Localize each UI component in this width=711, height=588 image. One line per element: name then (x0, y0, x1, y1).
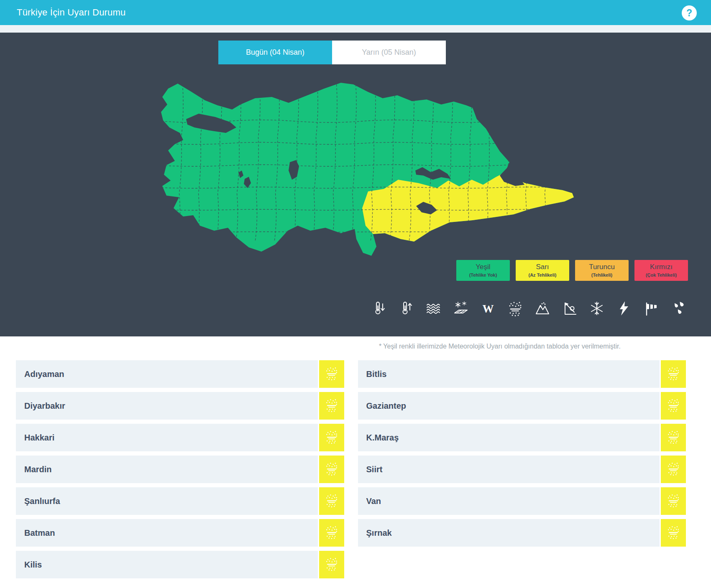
legend-label: Yeşil (461, 263, 505, 271)
province-name: Mardin (24, 465, 52, 474)
province-name: Şanlıurfa (24, 496, 60, 506)
province-warning-table: AdıyamanDiyarbakırHakkariMardinŞanlıurfa… (16, 360, 686, 578)
green-provinces-note: * Yeşil renkli illerimizde Meteorolojik … (314, 343, 686, 350)
map-region-yellow-warning[interactable] (362, 172, 574, 242)
warning-level-cell[interactable] (661, 424, 686, 451)
table-row[interactable]: Şanlıurfa (16, 487, 344, 515)
blowing-snow-icon (507, 299, 524, 318)
warning-level-legend: Yeşil(Tehlike Yok)Sarı(Az Tehlikeli)Turu… (456, 260, 688, 281)
legend-label: Kırmızı (639, 263, 683, 271)
title-bar: Türkiye İçin Uyarı Durumu ? (0, 0, 711, 25)
table-row[interactable]: Mardin (16, 456, 344, 483)
warning-type-icons: W (371, 299, 687, 318)
blowing-snow-icon (666, 461, 681, 478)
blowing-snow-icon (324, 461, 339, 478)
high-temperature-icon (398, 299, 415, 318)
warning-level-cell[interactable] (661, 519, 686, 547)
legend-label: Turuncu (580, 263, 624, 271)
province-label-cell: Adıyaman (16, 360, 318, 388)
page-title: Türkiye İçin Uyarı Durumu (17, 7, 126, 18)
table-row[interactable]: Diyarbakır (16, 392, 344, 420)
province-name: Gaziantep (366, 401, 407, 411)
province-column-right: BitlisGaziantepK.MaraşSiirtVanŞırnak (358, 360, 686, 547)
rain-icon (670, 299, 687, 318)
icing-icon (588, 299, 605, 318)
province-label-cell: Van (358, 487, 660, 515)
province-name: Hakkari (24, 433, 54, 443)
table-row[interactable]: Gaziantep (358, 392, 686, 420)
province-label-cell: Diyarbakır (16, 392, 318, 420)
tab-today[interactable]: Bugün (04 Nisan) (218, 41, 332, 64)
province-label-cell: Kilis (16, 551, 318, 578)
warning-level-cell[interactable] (319, 551, 344, 578)
blowing-snow-icon (666, 429, 681, 446)
province-name: Adıyaman (24, 369, 64, 379)
avalanche-icon (534, 299, 551, 318)
agricultural-frost-icon (453, 299, 469, 318)
table-row[interactable]: Van (358, 487, 686, 515)
strong-wind-icon (643, 299, 660, 318)
svg-text:W: W (483, 303, 494, 315)
table-row[interactable]: Bitlis (358, 360, 686, 388)
table-row[interactable]: Şırnak (358, 519, 686, 547)
province-name: Batman (24, 528, 55, 538)
province-name: Siirt (366, 465, 383, 474)
warning-level-cell[interactable] (661, 456, 686, 483)
province-name: Bitlis (366, 369, 387, 379)
province-label-cell: Siirt (358, 456, 660, 483)
blowing-snow-icon (666, 397, 681, 414)
legend-sublabel: (Tehlike Yok) (461, 272, 505, 277)
province-label-cell: Bitlis (358, 360, 660, 388)
legend-item-2: Sarı(Az Tehlikeli) (516, 260, 569, 281)
legend-sublabel: (Çok Tehlikeli) (639, 272, 683, 277)
province-label-cell: Batman (16, 519, 318, 547)
warning-level-cell[interactable] (661, 487, 686, 515)
province-label-cell: K.Maraş (358, 424, 660, 451)
province-label-cell: Hakkari (16, 424, 318, 451)
blowing-snow-icon (324, 524, 339, 541)
province-name: K.Maraş (366, 433, 399, 443)
province-label-cell: Gaziantep (358, 392, 660, 420)
table-row[interactable]: Hakkari (16, 424, 344, 451)
warning-level-cell[interactable] (319, 392, 344, 420)
legend-sublabel: (Tehlikeli) (580, 272, 624, 277)
turkey-warning-map[interactable] (0, 33, 711, 336)
table-row[interactable]: Kilis (16, 551, 344, 578)
table-row[interactable]: Siirt (358, 456, 686, 483)
table-row[interactable]: Batman (16, 519, 344, 547)
blowing-snow-icon (324, 366, 339, 382)
warning-level-cell[interactable] (661, 360, 686, 388)
header-divider (0, 25, 711, 33)
legend-sublabel: (Az Tehlikeli) (521, 272, 564, 277)
help-icon[interactable]: ? (682, 5, 697, 20)
legend-item-1: Yeşil(Tehlike Yok) (456, 260, 510, 281)
province-name: Kilis (24, 560, 42, 570)
blowing-snow-icon (324, 429, 339, 446)
blowing-snow-icon (324, 556, 339, 573)
legend-item-3: Turuncu(Tehlikeli) (575, 260, 629, 281)
blowing-snow-icon (666, 524, 681, 541)
blowing-snow-icon (666, 366, 681, 382)
legend-label: Sarı (521, 263, 564, 271)
warning-level-cell[interactable] (319, 360, 344, 388)
warning-level-cell[interactable] (319, 519, 344, 547)
province-label-cell: Şırnak (358, 519, 660, 547)
thunderstorm-icon (616, 299, 632, 318)
province-name: Şırnak (366, 528, 392, 538)
warning-map-panel: Bugün (04 Nisan) Yarın (05 Nisan) Yeşil(… (0, 33, 711, 336)
blowing-snow-icon (666, 493, 681, 509)
rockfall-icon (561, 299, 578, 318)
warning-level-cell[interactable] (319, 487, 344, 515)
rough-sea-icon (425, 299, 442, 318)
tab-tomorrow[interactable]: Yarın (05 Nisan) (332, 41, 446, 64)
warning-level-cell[interactable] (319, 424, 344, 451)
legend-item-4: Kırmızı(Çok Tehlikeli) (634, 260, 688, 281)
province-label-cell: Şanlıurfa (16, 487, 318, 515)
table-row[interactable]: Adıyaman (16, 360, 344, 388)
table-row[interactable]: K.Maraş (358, 424, 686, 451)
warning-level-cell[interactable] (319, 456, 344, 483)
province-name: Van (366, 496, 381, 506)
low-temperature-icon (371, 299, 388, 318)
province-name: Diyarbakır (24, 401, 65, 411)
warning-level-cell[interactable] (661, 392, 686, 420)
